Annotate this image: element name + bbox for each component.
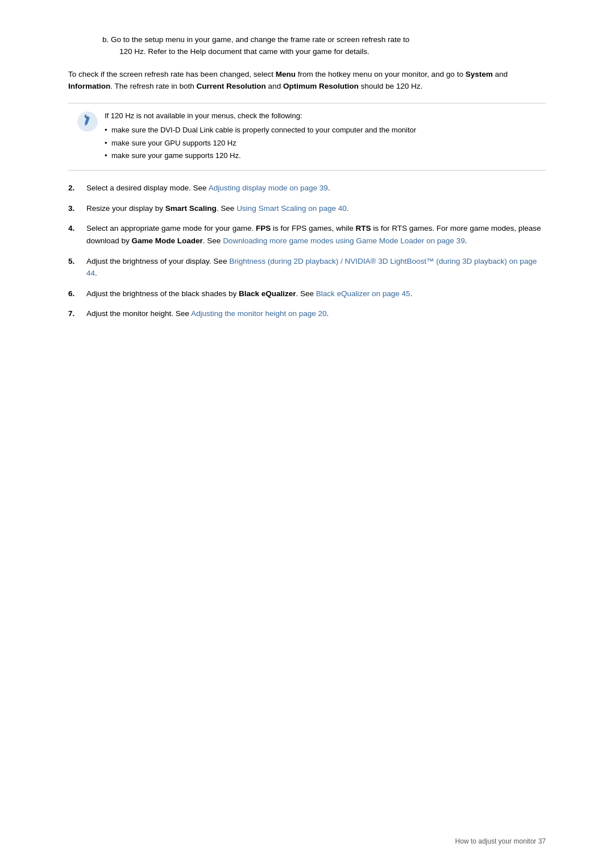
list-content-4: Select an appropriate game mode for your…	[86, 222, 546, 247]
link-monitor-height[interactable]: Adjusting the monitor height on page 20	[191, 309, 327, 318]
list-item-2: 2. Select a desired display mode. See Ad…	[68, 182, 546, 194]
para-text5: and	[266, 82, 283, 90]
note-intro: If 120 Hz is not available in your menus…	[105, 111, 302, 120]
note-bullet-3: make sure your game supports 120 Hz.	[105, 150, 537, 162]
section-b-line2: 120 Hz. Refer to the Help document that …	[102, 46, 546, 58]
para-text3: and	[493, 70, 508, 78]
para-menu: Menu	[276, 70, 296, 78]
para-current-res: Current Resolution	[197, 82, 266, 90]
para-information: Information	[68, 82, 110, 90]
list-content-5: Adjust the brightness of your display. S…	[86, 255, 546, 280]
list-item-6: 6. Adjust the brightness of the black sh…	[68, 288, 546, 300]
section-b: b. Go to the setup menu in your game, an…	[68, 34, 546, 58]
note-bullet-1: make sure the DVI-D Dual Link cable is p…	[105, 124, 537, 136]
para-text1: To check if the screen refresh rate has …	[68, 70, 276, 78]
list-item-4: 4. Select an appropriate game mode for y…	[68, 222, 546, 247]
section-b-text: b. Go to the setup menu in your game, an…	[102, 34, 546, 46]
para-text4: . The refresh rate in both	[110, 82, 196, 90]
check-paragraph: To check if the screen refresh rate has …	[68, 68, 546, 93]
note-content: If 120 Hz is not available in your menus…	[105, 110, 537, 163]
link-display-mode[interactable]: Adjusting display mode on page 39	[209, 184, 328, 192]
page-footer: How to adjust your monitor 37	[455, 837, 546, 845]
para-system: System	[466, 70, 493, 78]
section-b-label: b.	[102, 35, 109, 44]
list-content-6: Adjust the brightness of the black shade…	[86, 288, 546, 300]
footer-text: How to adjust your monitor 37	[455, 837, 546, 845]
list-item-7: 7. Adjust the monitor height. See Adjust…	[68, 308, 546, 320]
list-content-3: Resize your display by Smart Scaling. Se…	[86, 202, 546, 215]
note-bullets: make sure the DVI-D Dual Link cable is p…	[105, 124, 537, 162]
list-item-5: 5. Adjust the brightness of your display…	[68, 255, 546, 280]
link-smart-scaling[interactable]: Using Smart Scaling on page 40	[237, 204, 347, 213]
para-text2: from the hotkey menu on your monitor, an…	[296, 70, 466, 78]
list-number-7: 7.	[68, 308, 86, 320]
list-item-3: 3. Resize your display by Smart Scaling.…	[68, 202, 546, 215]
para-text6: should be 120 Hz.	[359, 82, 423, 90]
list-number-4: 4.	[68, 222, 86, 235]
list-content-2: Select a desired display mode. See Adjus…	[86, 182, 546, 194]
note-bullet-2: make sure your GPU supports 120 Hz	[105, 138, 537, 149]
para-optimum-res: Optimum Resolution	[283, 82, 359, 90]
link-game-mode-loader[interactable]: Downloading more game modes using Game M…	[223, 236, 465, 245]
numbered-list: 2. Select a desired display mode. See Ad…	[68, 182, 546, 320]
list-number-2: 2.	[68, 182, 86, 194]
link-black-equalizer[interactable]: Black eQualizer on page 45	[316, 289, 410, 298]
pencil-icon	[77, 111, 98, 132]
page-container: b. Go to the setup menu in your game, an…	[0, 0, 614, 868]
list-number-3: 3.	[68, 202, 86, 215]
list-number-5: 5.	[68, 255, 86, 268]
note-icon-container	[77, 111, 98, 132]
note-box: If 120 Hz is not available in your menus…	[68, 103, 546, 171]
list-number-6: 6.	[68, 288, 86, 300]
list-content-7: Adjust the monitor height. See Adjusting…	[86, 308, 546, 320]
